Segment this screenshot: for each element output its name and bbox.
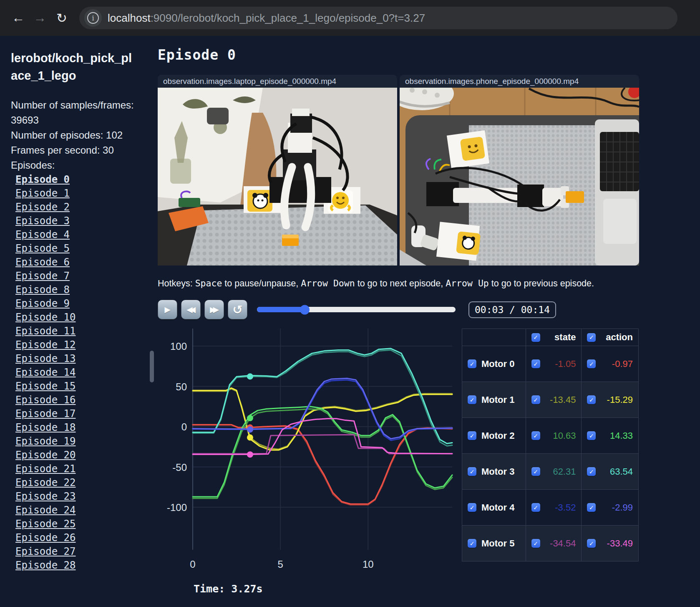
episode-link-24[interactable]: Episode 24 [15,503,138,517]
motor-row: ✓Motor 2✓10.63✓14.33 [462,418,639,454]
reload-icon[interactable]: ↻ [51,10,73,26]
motor-checkbox[interactable]: ✓ [468,503,476,512]
action-value: -2.99 [612,502,633,513]
episode-link-14[interactable]: Episode 14 [15,366,138,379]
motor-row: ✓Motor 0✓-1.05✓-0.97 [462,346,639,382]
action-checkbox[interactable]: ✓ [587,539,596,548]
series-motor-0-state [193,425,452,505]
motor-row: ✓Motor 4✓-3.52✓-2.99 [462,490,639,526]
episode-link-4[interactable]: Episode 4 [15,228,138,242]
fast-forward-button[interactable]: ▶▶ [204,300,224,319]
episode-link-6[interactable]: Episode 6 [15,255,138,269]
loop-button[interactable]: ↺ [228,300,247,319]
y-tick-label: -100 [167,502,187,513]
motor-chart[interactable]: 100500-50-1000510Time: 3.27s [158,329,455,599]
episode-link-5[interactable]: Episode 5 [15,242,138,255]
episode-link-1[interactable]: Episode 1 [15,187,138,200]
motor-checkbox[interactable]: ✓ [468,395,476,404]
motor-name: Motor 5 [481,538,514,549]
action-checkbox[interactable]: ✓ [587,359,596,368]
state-value: -3.52 [555,502,576,513]
episode-link-17[interactable]: Episode 17 [15,407,138,421]
motor-checkbox[interactable]: ✓ [468,467,476,476]
video-frame-phone[interactable] [400,88,639,266]
state-checkbox[interactable]: ✓ [531,539,540,548]
episode-link-2[interactable]: Episode 2 [15,200,138,214]
video-frame-laptop[interactable] [158,88,397,266]
stat-fps: Frames per second: 30 [11,143,138,158]
episode-link-20[interactable]: Episode 20 [15,448,138,462]
episode-link-27[interactable]: Episode 27 [15,545,138,559]
action-checkbox[interactable]: ✓ [587,395,596,404]
episode-link-9[interactable]: Episode 9 [15,297,138,311]
episode-link-12[interactable]: Episode 12 [15,338,138,352]
episode-link-8[interactable]: Episode 8 [15,283,138,297]
episode-link-16[interactable]: Episode 16 [15,393,138,407]
header-action-cell: ✓ action [582,329,639,346]
episode-link-28[interactable]: Episode 28 [15,559,138,572]
marker-dot [247,434,253,440]
action-checkbox[interactable]: ✓ [587,503,596,512]
episode-link-11[interactable]: Episode 11 [15,324,138,338]
back-icon[interactable]: ← [8,10,29,25]
motor-name: Motor 3 [481,466,514,477]
motor-checkbox[interactable]: ✓ [468,431,476,440]
hotkey-arrow-down: Arrow Down [301,278,355,288]
x-tick-label: 10 [363,559,374,570]
y-tick-label: -50 [172,462,187,473]
episode-link-25[interactable]: Episode 25 [15,517,138,531]
episode-link-15[interactable]: Episode 15 [15,379,138,393]
motor-checkbox[interactable]: ✓ [468,539,476,548]
progress-thumb[interactable] [300,305,310,314]
episode-link-0[interactable]: Episode 0 [15,173,138,187]
action-checkbox[interactable]: ✓ [587,467,596,476]
hotkey-arrow-up: Arrow Up [446,278,489,288]
time-display: 00:03 / 00:14 [468,301,556,318]
episode-link-26[interactable]: Episode 26 [15,531,138,545]
episode-link-3[interactable]: Episode 3 [15,214,138,228]
site-info-button[interactable]: i [84,9,102,27]
seek-slider[interactable] [257,307,456,312]
episodes-label: Episodes: [11,158,138,173]
forward-icon[interactable]: → [29,10,51,25]
episode-link-7[interactable]: Episode 7 [15,269,138,283]
motor-name: Motor 2 [481,430,514,441]
state-checkbox[interactable]: ✓ [531,503,540,512]
action-checkbox[interactable]: ✓ [587,431,596,440]
rewind-icon: ◀◀ [186,305,193,314]
stat-samples: Number of samples/frames: 39693 [11,98,138,128]
address-bar[interactable]: i localhost:9090/lerobot/koch_pick_place… [79,7,677,29]
dataset-title: lerobot/koch_pick_place_1_lego [11,49,138,84]
sidebar: lerobot/koch_pick_place_1_lego Number of… [0,36,149,607]
info-icon: i [87,12,99,24]
y-tick-label: 0 [181,421,187,432]
video-laptop: observation.images.laptop_episode_000000… [158,75,397,266]
state-checkbox[interactable]: ✓ [531,359,540,368]
episode-link-21[interactable]: Episode 21 [15,462,138,476]
header-state-cell: ✓ state [526,329,582,346]
browser-toolbar: ← → ↻ i localhost:9090/lerobot/koch_pick… [0,0,700,36]
episode-link-10[interactable]: Episode 10 [15,311,138,324]
play-button[interactable]: ▶ [158,300,177,319]
stat-episodes: Number of episodes: 102 [11,128,138,143]
motor-name: Motor 0 [481,359,514,369]
state-checkbox[interactable]: ✓ [531,431,540,440]
state-checkbox[interactable]: ✓ [531,395,540,404]
motor-checkbox[interactable]: ✓ [468,359,476,368]
state-value: 10.63 [553,430,576,441]
episode-link-13[interactable]: Episode 13 [15,352,138,366]
episode-link-22[interactable]: Episode 22 [15,476,138,490]
episode-link-23[interactable]: Episode 23 [15,490,138,503]
scrollbar-thumb[interactable] [150,351,154,382]
episode-link-18[interactable]: Episode 18 [15,421,138,435]
state-column-checkbox[interactable]: ✓ [531,333,540,342]
video-laptop-title: observation.images.laptop_episode_000000… [158,75,397,88]
action-value: -33.49 [607,538,633,549]
rewind-button[interactable]: ◀◀ [181,300,201,319]
dataset-stats: Number of samples/frames: 39693 Number o… [11,98,138,173]
state-checkbox[interactable]: ✓ [531,467,540,476]
action-column-checkbox[interactable]: ✓ [587,333,596,342]
url-text[interactable]: localhost:9090/lerobot/koch_pick_place_1… [108,12,425,25]
motor-table-body: ✓Motor 0✓-1.05✓-0.97✓Motor 1✓-13.45✓-15.… [462,346,639,561]
episode-link-19[interactable]: Episode 19 [15,435,138,448]
